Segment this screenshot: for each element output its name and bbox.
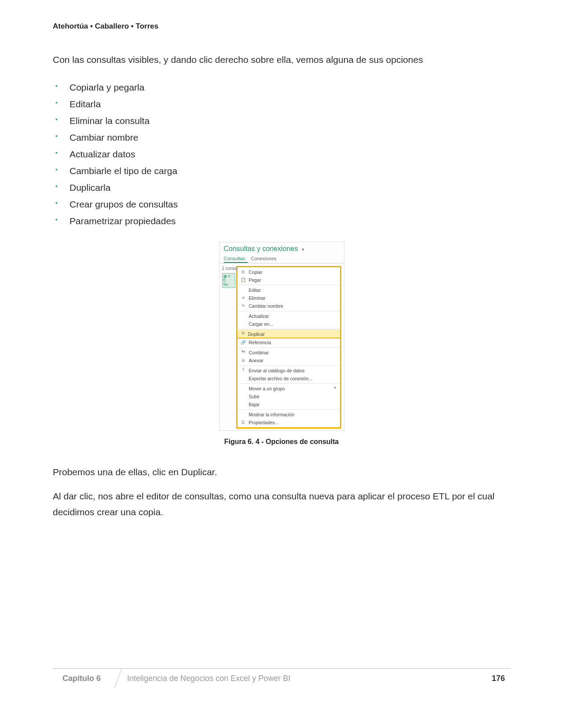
menu-item-bajar[interactable]: Bajar: [238, 400, 340, 408]
list-item: Actualizar datos: [69, 146, 510, 163]
authors-header: Atehortúa • Caballero • Torres: [53, 22, 510, 31]
menu-label: Propiedades...: [249, 420, 279, 425]
menu-label: Combinar: [249, 350, 269, 355]
menu-item-actualizar[interactable]: Actualizar: [238, 311, 340, 320]
menu-label: Editar: [249, 288, 261, 293]
footer-book-title: Inteligencia de Negocios con Excel y Pow…: [118, 669, 486, 688]
menu-label: Mostrar la información: [249, 412, 295, 417]
document-page: Atehortúa • Caballero • Torres Con las c…: [0, 0, 563, 728]
figure-caption: Figura 6. 4 - Opciones de consulta: [53, 438, 510, 446]
menu-item-combinar[interactable]: ⇆Combinar: [238, 347, 340, 357]
menu-label: Cambiar nombre: [249, 303, 283, 309]
panel-title: Consultas y conexiones ▾: [219, 242, 344, 255]
menu-item-anexar[interactable]: ⇊Anexar: [238, 357, 340, 364]
submenu-arrow-icon: ▸: [334, 385, 336, 389]
list-item: Duplicarla: [69, 179, 510, 196]
menu-label: Exportar archivo de conexión...: [249, 376, 313, 381]
delete-icon: ✕: [240, 295, 246, 302]
menu-item-referencia[interactable]: 🔗Referencia: [238, 339, 340, 346]
menu-label: Subir: [249, 394, 260, 399]
query-count-label: 1 consu: [222, 266, 238, 271]
menu-label: Bajar: [249, 402, 260, 407]
table-icon: ▦: [223, 274, 227, 278]
panel-body: 1 consu ▦ V E Se ⧉Copiar 📋Pegar Editar ✕…: [219, 263, 344, 430]
duplicate-icon: ⧉: [240, 331, 246, 337]
reference-icon: 🔗: [240, 340, 246, 346]
panel-title-text: Consultas y conexiones: [224, 245, 298, 252]
menu-label: Eliminar: [249, 295, 266, 301]
query-item-line2: Se: [223, 282, 228, 287]
list-item: Parametrizar propiedades: [69, 213, 510, 229]
context-menu-highlight-box: ⧉Copiar 📋Pegar Editar ✕Eliminar ✎Cambiar…: [236, 266, 341, 429]
menu-item-enviar-catalogo[interactable]: ⇪Enviar al catálogo de datos: [238, 365, 340, 375]
list-item: Cambiar nombre: [69, 129, 510, 146]
panel-tabs: Consultas Conexiones: [219, 255, 344, 263]
query-item-selected[interactable]: ▦ V E Se: [222, 273, 235, 288]
paragraph: Al dar clic, nos abre el editor de consu…: [53, 488, 510, 520]
menu-item-mostrar-info[interactable]: Mostrar la información: [238, 409, 340, 419]
menu-item-propiedades[interactable]: ☰Propiedades...: [238, 419, 340, 426]
append-icon: ⇊: [240, 358, 246, 364]
menu-item-exportar[interactable]: Exportar archivo de conexión...: [238, 375, 340, 382]
list-item: Editarla: [69, 96, 510, 113]
menu-label: Anexar: [249, 358, 263, 363]
figure-wrap: Consultas y conexiones ▾ Consultas Conex…: [53, 242, 510, 446]
rename-icon: ✎: [240, 303, 246, 309]
menu-item-eliminar[interactable]: ✕Eliminar: [238, 294, 340, 302]
copy-icon: ⧉: [240, 269, 246, 276]
menu-item-editar[interactable]: Editar: [238, 285, 340, 294]
menu-label: Mover a un grupo: [249, 386, 285, 391]
menu-label: Enviar al catálogo de datos: [249, 368, 305, 373]
menu-label: Cargar en...: [249, 321, 273, 327]
menu-item-cambiar-nombre[interactable]: ✎Cambiar nombre: [238, 302, 340, 310]
send-icon: ⇪: [240, 367, 246, 373]
menu-item-mover-grupo[interactable]: Mover a un grupo▸: [238, 383, 340, 393]
menu-label: Duplicar: [248, 331, 265, 337]
intro-paragraph: Con las consultas visibles, y dando clic…: [53, 53, 510, 67]
menu-label: Actualizar: [249, 313, 269, 319]
list-item: Copiarla y pegarla: [69, 79, 510, 96]
tab-conexiones[interactable]: Conexiones: [251, 255, 279, 262]
list-item: Eliminar la consulta: [69, 113, 510, 129]
menu-label: Referencia: [249, 340, 271, 345]
properties-icon: ☰: [240, 420, 246, 426]
menu-item-pegar[interactable]: 📋Pegar: [238, 276, 340, 284]
chevron-down-icon: ▾: [302, 247, 304, 252]
merge-icon: ⇆: [240, 349, 246, 355]
page-footer: Capítulo 6 Inteligencia de Negocios con …: [53, 668, 510, 688]
footer-page-number: 176: [486, 669, 510, 688]
menu-item-duplicar[interactable]: ⧉Duplicar: [237, 329, 341, 339]
menu-item-subir[interactable]: Subir: [238, 393, 340, 400]
list-item: Crear grupos de consultas: [69, 196, 510, 213]
menu-label: Pegar: [249, 277, 261, 283]
menu-label: Copiar: [249, 269, 263, 275]
options-list: Copiarla y pegarla Editarla Eliminar la …: [69, 79, 510, 229]
paragraph: Probemos una de ellas, clic en Duplicar.: [53, 464, 510, 480]
menu-item-copiar[interactable]: ⧉Copiar: [238, 268, 340, 276]
menu-item-cargar-en[interactable]: Cargar en...: [238, 320, 340, 328]
footer-chapter: Capítulo 6: [53, 669, 118, 688]
list-item: Cambiarle el tipo de carga: [69, 163, 510, 179]
context-menu: ⧉Copiar 📋Pegar Editar ✕Eliminar ✎Cambiar…: [238, 267, 340, 427]
queries-panel: Consultas y conexiones ▾ Consultas Conex…: [219, 242, 344, 431]
tab-consultas[interactable]: Consultas: [224, 255, 248, 263]
paste-icon: 📋: [240, 277, 246, 284]
